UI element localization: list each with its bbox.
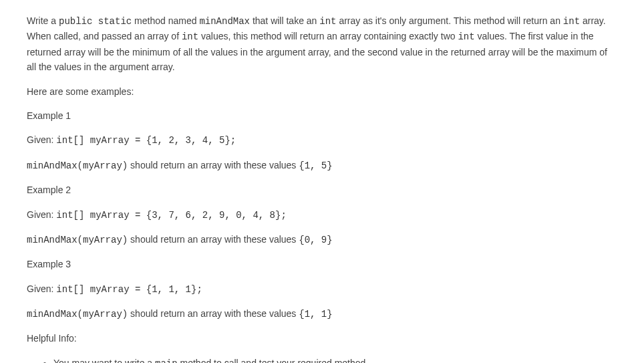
intro-text: array as it's only argument. This method…	[337, 15, 563, 26]
helpful-info-list: You may want to write a main method to c…	[27, 356, 617, 363]
call-code: minAndMax(myArray)	[27, 160, 128, 171]
example-3-result: minAndMax(myArray) should return an arra…	[27, 306, 617, 322]
example-3-title: Example 3	[27, 257, 617, 271]
given-code: int[] myArray = {1, 2, 3, 4, 5};	[56, 135, 236, 146]
result-text: should return an array with these values	[128, 234, 299, 245]
intro-text: values, this method will return an array…	[198, 31, 458, 41]
example-1-title: Example 1	[27, 108, 617, 123]
code-minandmax: minAndMax	[199, 16, 250, 27]
code-int: int	[319, 16, 336, 27]
example-1-given: Given: int[] myArray = {1, 2, 3, 4, 5};	[27, 132, 617, 148]
result-text: should return an array with these values	[128, 160, 299, 170]
helpful-info-heading: Helpful Info:	[27, 331, 617, 346]
intro-text: Write a	[27, 15, 59, 26]
given-label: Given:	[27, 134, 56, 145]
example-2-result: minAndMax(myArray) should return an arra…	[27, 232, 617, 247]
code-int: int	[563, 16, 580, 27]
example-2-given: Given: int[] myArray = {3, 7, 6, 2, 9, 0…	[27, 207, 617, 223]
result-text: should return an array with these values	[128, 308, 299, 319]
given-code: int[] myArray = {3, 7, 6, 2, 9, 0, 4, 8}…	[56, 210, 286, 221]
given-code: int[] myArray = {1, 1, 1};	[56, 284, 202, 295]
example-2-title: Example 2	[27, 183, 617, 197]
code-int: int	[182, 31, 198, 42]
call-code: minAndMax(myArray)	[27, 309, 128, 320]
call-code: minAndMax(myArray)	[27, 235, 128, 245]
intro-text: method named	[132, 15, 199, 26]
result-code: {1, 5}	[299, 160, 332, 171]
example-3-given: Given: int[] myArray = {1, 1, 1};	[27, 281, 617, 297]
code-main: main	[155, 358, 178, 363]
code-int: int	[458, 31, 474, 42]
intro-text: that will take an	[250, 15, 319, 26]
tip-text: method to call and test your required me…	[178, 358, 366, 363]
tip-text: You may want to write a	[53, 358, 155, 363]
list-item: You may want to write a main method to c…	[53, 356, 617, 363]
examples-heading: Here are some examples:	[27, 84, 617, 99]
example-1-result: minAndMax(myArray) should return an arra…	[27, 158, 617, 173]
given-label: Given:	[27, 209, 56, 220]
result-code: {1, 1}	[299, 309, 332, 320]
result-code: {0, 9}	[299, 235, 332, 245]
intro-paragraph: Write a public static method named minAn…	[27, 13, 617, 75]
given-label: Given:	[27, 283, 56, 294]
code-public-static: public static	[59, 16, 132, 27]
